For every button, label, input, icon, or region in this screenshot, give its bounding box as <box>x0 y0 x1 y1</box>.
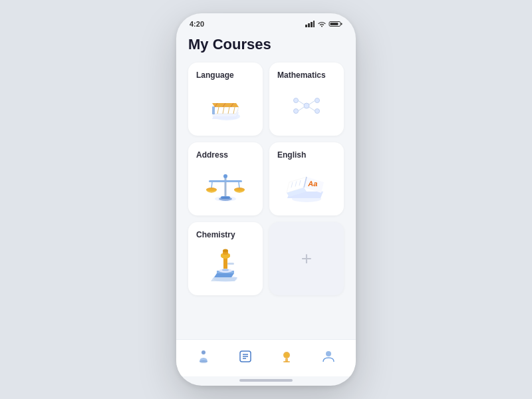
status-icons <box>305 21 342 27</box>
course-label-english: English <box>277 150 306 160</box>
svg-line-31 <box>239 182 239 188</box>
svg-point-51 <box>200 360 207 363</box>
add-icon-area: + <box>277 230 336 287</box>
course-card-address[interactable]: Address <box>188 142 263 215</box>
page-title: My Courses <box>188 36 344 53</box>
chemistry-icon-area <box>196 243 255 287</box>
status-bar: 4:20 <box>176 13 356 31</box>
time: 4:20 <box>190 20 204 28</box>
bottom-nav <box>176 339 356 376</box>
svg-point-28 <box>223 174 227 178</box>
language-icon-area <box>196 84 255 128</box>
course-label-chemistry: Chemistry <box>196 230 235 239</box>
courses-nav-icon <box>237 348 253 364</box>
add-plus-icon: + <box>301 249 312 268</box>
english-icon-area: Aa <box>277 164 336 207</box>
nav-awards[interactable] <box>272 346 301 367</box>
course-card-language[interactable]: Language <box>188 63 263 136</box>
home-icon <box>196 348 211 364</box>
profile-icon <box>321 348 336 364</box>
nav-courses[interactable] <box>231 346 260 367</box>
course-card-mathematics[interactable]: Mathematics <box>269 63 344 136</box>
svg-point-4 <box>321 26 323 27</box>
svg-rect-59 <box>283 361 290 362</box>
svg-rect-1 <box>308 23 310 27</box>
course-card-chemistry[interactable]: Chemistry <box>188 222 263 295</box>
svg-point-17 <box>304 103 309 108</box>
svg-point-35 <box>219 197 232 201</box>
svg-line-24 <box>298 107 304 111</box>
home-indicator <box>239 379 293 382</box>
svg-point-60 <box>326 351 331 356</box>
award-icon <box>279 348 295 364</box>
signal-icon <box>305 21 315 27</box>
battery-icon <box>329 21 342 27</box>
svg-rect-0 <box>305 25 307 27</box>
wifi-icon <box>317 21 327 27</box>
nav-home[interactable] <box>189 346 218 367</box>
svg-rect-13 <box>212 106 215 114</box>
svg-point-49 <box>222 269 229 271</box>
svg-line-22 <box>298 100 304 104</box>
svg-point-46 <box>223 249 228 253</box>
svg-rect-2 <box>311 22 313 27</box>
english-icon: Aa <box>286 169 327 202</box>
language-icon <box>205 90 245 122</box>
svg-rect-29 <box>209 180 242 182</box>
address-icon-area <box>196 164 255 207</box>
chemistry-icon <box>205 248 246 283</box>
mathematics-icon-area <box>277 84 336 128</box>
course-label-address: Address <box>196 150 228 160</box>
svg-line-25 <box>309 107 315 111</box>
course-card-add[interactable]: + <box>269 222 344 295</box>
svg-point-19 <box>315 98 320 103</box>
svg-rect-47 <box>227 263 234 265</box>
svg-point-20 <box>294 109 299 114</box>
course-card-english[interactable]: English <box>269 142 344 215</box>
svg-rect-27 <box>225 176 227 198</box>
svg-rect-7 <box>331 23 338 25</box>
nav-profile[interactable] <box>314 346 343 367</box>
svg-point-18 <box>294 98 299 103</box>
main-content: My Courses Language <box>176 31 356 339</box>
courses-grid: Language <box>188 63 344 295</box>
svg-line-30 <box>211 182 212 188</box>
svg-line-23 <box>309 100 315 104</box>
mathematics-icon <box>287 90 327 122</box>
svg-point-57 <box>285 353 289 357</box>
course-label-language: Language <box>196 70 234 80</box>
svg-point-21 <box>315 109 320 114</box>
svg-point-50 <box>201 350 205 354</box>
address-icon <box>202 168 249 203</box>
svg-rect-3 <box>313 21 315 27</box>
phone-frame: 4:20 My Course <box>176 13 356 386</box>
course-label-mathematics: Mathematics <box>277 70 326 80</box>
svg-rect-6 <box>341 23 342 25</box>
